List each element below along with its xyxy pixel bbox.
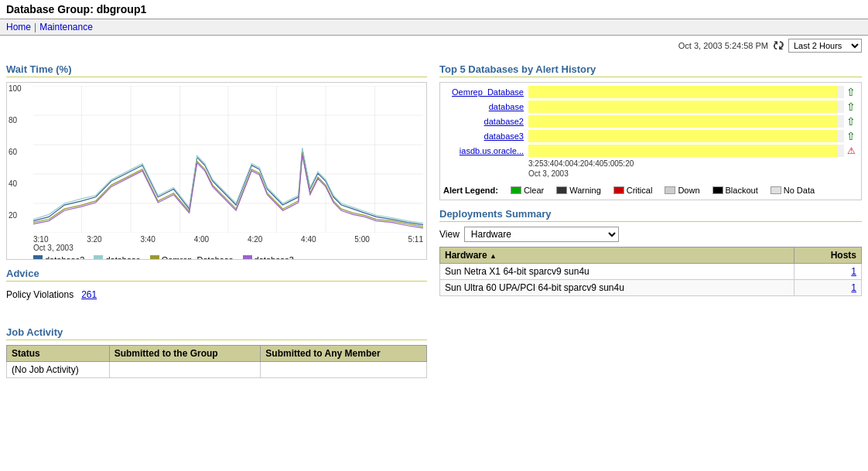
x-label-310: 3:10 xyxy=(33,235,48,244)
job-col-group: Submitted to the Group xyxy=(109,346,261,362)
top5-bar-fill-1 xyxy=(528,101,838,113)
top-bar: Oct 3, 2003 5:24:58 PM 🗘 Last 2 Hours La… xyxy=(0,36,868,56)
top5-container: Oemrep_Database ⇧ database ⇧ database2 xyxy=(439,82,862,200)
top5-label-2[interactable]: database2 xyxy=(443,117,528,126)
legend-label-database: database xyxy=(105,255,140,260)
x-label-420: 4:20 xyxy=(248,235,262,244)
legend-color-oemrep xyxy=(150,255,159,260)
deployments-table: Hardware ▲ Hosts Sun Netra X1 64-bit spa… xyxy=(439,247,862,296)
advice-title: Advice xyxy=(6,268,427,282)
alert-clear: Clear xyxy=(511,186,544,195)
deploy-row-1: Sun Ultra 60 UPA/PCI 64-bit sparcv9 sun4… xyxy=(440,280,862,296)
wait-time-svg xyxy=(33,86,423,233)
legend-label-database2: database2 xyxy=(45,255,84,260)
top5-x-325: 3:25 xyxy=(528,159,543,168)
legend-color-database2 xyxy=(33,255,43,260)
alert-color-nodata xyxy=(771,186,781,194)
nav-home[interactable]: Home xyxy=(6,22,31,32)
job-col-member: Submitted to Any Member xyxy=(261,346,427,362)
alert-color-down xyxy=(665,186,675,194)
top5-icon-0: ⇧ xyxy=(844,86,858,98)
job-group xyxy=(109,362,261,378)
x-label-440: 4:40 xyxy=(301,235,316,244)
top5-bar-fill-2 xyxy=(528,115,838,128)
top5-bar-fill-3 xyxy=(528,130,838,142)
legend-database: database xyxy=(94,255,140,260)
top5-bar-0 xyxy=(528,86,844,98)
top5-bar-1 xyxy=(528,101,844,113)
top5-bar-fill-0 xyxy=(528,86,838,98)
alert-legend-label: Alert Legend: xyxy=(443,186,498,195)
sort-arrow-icon: ▲ xyxy=(490,252,497,260)
legend-color-database xyxy=(94,255,103,260)
top5-x-500: 5:00 xyxy=(603,159,618,168)
legend-color-database3 xyxy=(243,255,252,260)
top5-title: Top 5 Databases by Alert History xyxy=(439,63,862,77)
wait-time-chart: 100 80 60 40 20 xyxy=(6,82,427,260)
top5-bar-fill-4 xyxy=(528,145,838,157)
deploy-view-row: View Hardware Software xyxy=(439,227,862,242)
top5-x-440: 4:40 xyxy=(589,159,603,168)
timestamp: Oct 3, 2003 5:24:58 PM xyxy=(678,41,768,50)
deploy-hosts-0[interactable]: 1 xyxy=(795,264,862,280)
top5-icon-1: ⇧ xyxy=(844,101,858,113)
alert-blackout: Blackout xyxy=(713,186,758,195)
legend-database3: database3 xyxy=(243,255,294,260)
top5-label-4[interactable]: iasdb.us.oracle... xyxy=(443,146,528,155)
top5-bar-3 xyxy=(528,130,844,142)
alert-label-clear: Clear xyxy=(524,186,544,195)
top5-bar-2 xyxy=(528,115,844,128)
alert-color-warning xyxy=(556,186,567,194)
top5-label-1[interactable]: database xyxy=(443,102,528,111)
advice-content: Policy Violations 261 xyxy=(6,286,427,303)
alert-label-critical: Critical xyxy=(627,186,653,195)
top5-label-3[interactable]: database3 xyxy=(443,131,528,141)
main-content: Wait Time (%) 100 80 60 40 20 xyxy=(0,56,868,384)
alert-label-down: Down xyxy=(678,186,699,195)
nav-maintenance[interactable]: Maintenance xyxy=(39,22,93,32)
alert-nodata: No Data xyxy=(771,186,815,195)
top5-icon-4: ⚠ xyxy=(844,145,858,156)
top5-row-2: database2 ⇧ xyxy=(443,115,858,128)
alert-warning: Warning xyxy=(556,186,601,195)
alert-color-critical xyxy=(613,186,624,194)
deploy-col-hosts[interactable]: Hosts xyxy=(795,247,862,264)
deploy-hardware-0: Sun Netra X1 64-bit sparcv9 sun4u xyxy=(440,264,795,280)
top5-xaxis: 3:25 3:40 4:00 4:20 4:40 5:00 5:20 xyxy=(528,159,858,169)
chart-date: Oct 3, 2003 xyxy=(33,244,423,252)
x-label-400: 4:00 xyxy=(194,235,209,244)
y-label-100: 100 xyxy=(9,84,22,93)
top5-x-520: 5:20 xyxy=(619,159,634,168)
top5-icon-3: ⇧ xyxy=(844,130,858,142)
y-label-40: 40 xyxy=(9,179,22,188)
job-col-status: Status xyxy=(7,346,110,362)
chart-xaxis: 3:10 3:20 3:40 4:00 4:20 4:40 5:00 5:11 xyxy=(33,235,423,244)
chart-legend: database2 database Oemrep_Database datab… xyxy=(33,255,423,260)
top5-row-3: database3 ⇧ xyxy=(443,130,858,142)
top5-label-0[interactable]: Oemrep_Database xyxy=(443,87,528,97)
time-range-select[interactable]: Last 2 Hours Last 24 Hours xyxy=(788,39,862,53)
y-label-20: 20 xyxy=(9,211,22,220)
x-label-340: 3:40 xyxy=(140,235,155,244)
policy-violations-link[interactable]: 261 xyxy=(81,289,97,300)
x-label-500: 5:00 xyxy=(354,235,369,244)
alert-down: Down xyxy=(665,186,699,195)
job-activity-table: Status Submitted to the Group Submitted … xyxy=(6,345,427,378)
deploy-view-select[interactable]: Hardware Software xyxy=(464,227,619,242)
deploy-view-label: View xyxy=(439,229,460,240)
x-label-320: 3:20 xyxy=(87,235,101,244)
alert-color-blackout xyxy=(713,186,723,194)
top5-x-340: 3:40 xyxy=(543,159,558,168)
top5-icon-2: ⇧ xyxy=(844,115,858,128)
job-status: (No Job Activity) xyxy=(7,362,110,378)
alert-label-warning: Warning xyxy=(569,186,601,195)
refresh-icon[interactable]: 🗘 xyxy=(773,39,784,52)
deploy-hardware-1: Sun Ultra 60 UPA/PCI 64-bit sparcv9 sun4… xyxy=(440,280,795,296)
deploy-hosts-1[interactable]: 1 xyxy=(795,280,862,296)
alert-label-nodata: No Data xyxy=(784,186,815,195)
deploy-col-hardware[interactable]: Hardware ▲ xyxy=(440,247,795,264)
nav-bar: Home | Maintenance xyxy=(0,19,868,36)
right-column: Top 5 Databases by Alert History Oemrep_… xyxy=(439,56,862,378)
y-label-60: 60 xyxy=(9,148,22,156)
top5-row-0: Oemrep_Database ⇧ xyxy=(443,86,858,98)
